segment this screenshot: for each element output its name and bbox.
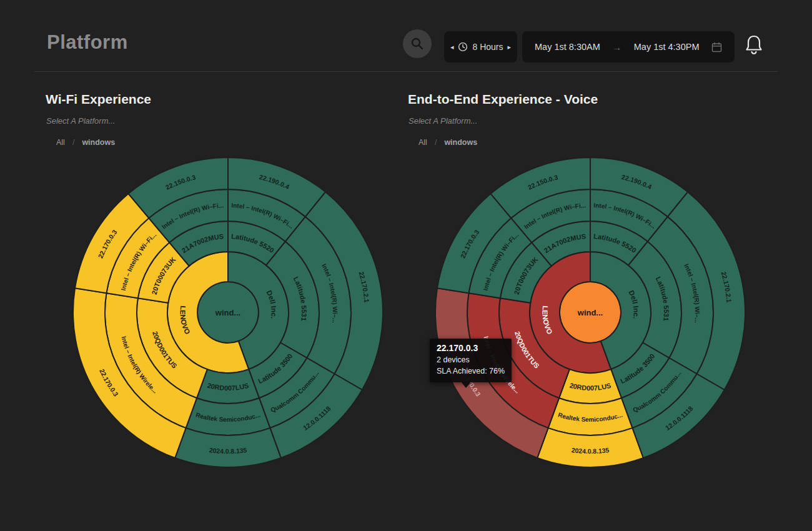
tooltip-devices: 2 devices <box>437 354 505 365</box>
chart-subtitle: Select A Platform... <box>46 116 115 126</box>
chart-subtitle: Select A Platform... <box>408 116 477 126</box>
date-range-start: May 1st 8:30AM <box>535 42 600 52</box>
breadcrumb-root[interactable]: All <box>418 138 427 147</box>
sunburst-segment-label: 2024.0.8.135 <box>571 446 610 455</box>
arrow-right-icon: → <box>612 42 621 52</box>
breadcrumb: All / windows <box>418 138 477 147</box>
sunburst-segment-label: 2024.0.8.135 <box>209 446 247 455</box>
date-range-end: May 1st 4:30PM <box>634 42 700 52</box>
time-preset-selector[interactable]: ◂ 8 Hours ▸ <box>444 31 517 62</box>
chart-title: Wi-Fi Experience <box>46 92 151 107</box>
wifi-sunburst-chart: wind...Dell Inc.LENOVOLatitude 5520Latit… <box>72 156 384 469</box>
time-preset-label: 8 Hours <box>472 42 503 52</box>
breadcrumb: All / windows <box>56 138 115 147</box>
tooltip-title: 22.170.0.3 <box>437 343 505 353</box>
sunburst-center-label: wind... <box>215 308 240 317</box>
clock-icon <box>458 42 468 52</box>
sunburst-center-label: wind... <box>577 308 603 317</box>
tooltip-arrow-icon <box>461 382 471 388</box>
chevron-right-icon[interactable]: ▸ <box>508 44 512 51</box>
tooltip-sla: SLA Achieved: 76% <box>437 365 505 377</box>
chart-title: End-to-End Experience - Voice <box>408 92 598 107</box>
search-icon <box>410 37 424 51</box>
breadcrumb-root[interactable]: All <box>56 138 65 147</box>
breadcrumb-separator: / <box>435 138 437 147</box>
calendar-icon <box>711 42 722 52</box>
voice-sunburst-chart: wind...Dell Inc.LENOVOLatitude 5520Latit… <box>434 156 746 469</box>
breadcrumb-current[interactable]: windows <box>444 138 477 147</box>
page-title: Platform <box>47 31 128 54</box>
chevron-left-icon[interactable]: ◂ <box>450 44 454 51</box>
breadcrumb-current[interactable]: windows <box>82 138 115 147</box>
header-divider <box>34 71 778 72</box>
date-range-picker[interactable]: May 1st 8:30AM → May 1st 4:30PM <box>522 31 735 62</box>
tooltip: 22.170.0.3 2 devices SLA Achieved: 76% <box>430 339 512 382</box>
search-button[interactable] <box>403 29 432 58</box>
breadcrumb-separator: / <box>72 138 74 147</box>
notifications-button[interactable] <box>743 34 765 57</box>
bell-icon <box>743 34 765 57</box>
